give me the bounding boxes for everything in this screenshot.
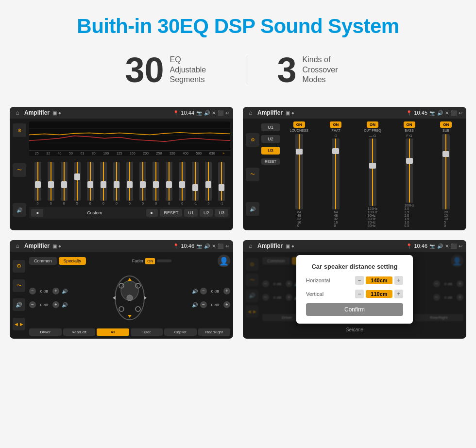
eq-slider-7[interactable]: 0 bbox=[113, 162, 120, 205]
btn-all[interactable]: All bbox=[97, 328, 129, 336]
eq-slider-2[interactable]: 0 bbox=[48, 162, 54, 205]
preset-u3[interactable]: U3 bbox=[261, 147, 280, 155]
vertical-value: 110cm bbox=[366, 290, 392, 298]
eq-slider-12[interactable]: 0 bbox=[179, 162, 186, 205]
home-icon-3[interactable]: ⌂ bbox=[14, 242, 21, 250]
amp-content: ⚙ 〜 🔊 ◄► Common Specialty Fader ON bbox=[10, 252, 233, 339]
preset-u2[interactable]: U2 bbox=[261, 135, 280, 143]
cro-volume-btn[interactable]: 🔊 bbox=[246, 202, 259, 216]
btn-driver[interactable]: Driver bbox=[29, 328, 62, 336]
eq-more-icon[interactable]: » bbox=[222, 152, 224, 155]
horizontal-minus-btn[interactable]: − bbox=[355, 276, 364, 285]
eq-next-btn[interactable]: ► bbox=[146, 209, 158, 217]
amp-tab-specialty[interactable]: Specialty bbox=[59, 257, 86, 265]
status-bar-3: ⌂ Amplifier ▣ ● 📍 10:46 📷 🔊 ✕ ⬛ ↩ bbox=[10, 240, 233, 252]
loudness-on-btn[interactable]: ON bbox=[293, 121, 305, 128]
fl-plus-btn[interactable]: + bbox=[52, 288, 59, 294]
cro-settings-btn[interactable]: ⚙ bbox=[246, 133, 259, 147]
mirror-icon-2: ⬛ bbox=[451, 110, 457, 116]
eq-volume-btn[interactable]: 🔊 bbox=[13, 203, 26, 217]
vertical-control: − 110cm + bbox=[355, 290, 403, 298]
cro-reset-btn[interactable]: RESET bbox=[261, 158, 280, 165]
amp-tab-common[interactable]: Common bbox=[29, 257, 57, 265]
svg-point-12 bbox=[119, 307, 124, 311]
eq-footer: ◄ Custom ► RESET U1 U2 U3 bbox=[29, 207, 230, 219]
back-icon-1[interactable]: ↩ bbox=[225, 110, 229, 116]
btn-user[interactable]: User bbox=[131, 328, 163, 336]
eq-slider-1[interactable]: 0 bbox=[34, 162, 41, 205]
front-right-control: 🔊 − 0 dB + bbox=[191, 288, 230, 294]
eq-u3-btn[interactable]: U3 bbox=[215, 209, 228, 217]
eq-wave-btn[interactable]: 〜 bbox=[13, 163, 26, 177]
horizontal-label: Horizontal bbox=[306, 277, 335, 283]
eq-freq-100: 100 bbox=[103, 152, 109, 155]
amp-top-row: Common Specialty Fader ON 👤 bbox=[29, 255, 230, 267]
fader-slider[interactable] bbox=[157, 259, 171, 262]
eq-slider-14[interactable]: 0 bbox=[205, 162, 212, 205]
rl-minus-btn[interactable]: − bbox=[29, 301, 36, 308]
crossover-channels: ON LOUDNESS 644832160 ON PHAT G bbox=[282, 121, 463, 227]
svg-marker-6 bbox=[128, 278, 132, 281]
rr-db-value: 0 dB bbox=[208, 303, 222, 307]
eq-reset-btn[interactable]: RESET bbox=[160, 209, 182, 217]
btn-rearleft[interactable]: RearLeft bbox=[63, 328, 96, 336]
eq-prev-btn[interactable]: ◄ bbox=[31, 209, 43, 217]
eq-mode-icons: ▣ ● bbox=[52, 110, 61, 116]
screen-amp: ⌂ Amplifier ▣ ● 📍 10:46 📷 🔊 ✕ ⬛ ↩ ⚙ 〜 🔊 … bbox=[10, 240, 233, 339]
cutfreq-on-btn[interactable]: ON bbox=[367, 121, 378, 128]
bass-on-btn[interactable]: ON bbox=[404, 121, 415, 128]
distance-dialog: Car speaker distance setting Horizontal … bbox=[296, 255, 413, 324]
cutfreq-slider[interactable] bbox=[369, 138, 376, 206]
amp-settings-icon[interactable]: ⚙ bbox=[13, 260, 25, 273]
vertical-minus-btn[interactable]: − bbox=[355, 290, 364, 298]
eq-slider-4[interactable]: 5 bbox=[74, 162, 81, 205]
bass-slider[interactable] bbox=[406, 138, 413, 203]
fl-minus-btn[interactable]: − bbox=[29, 288, 36, 294]
rl-plus-btn[interactable]: + bbox=[52, 301, 59, 308]
eq-settings-btn[interactable]: ⚙ bbox=[13, 123, 26, 137]
home-icon-2[interactable]: ⌂ bbox=[247, 109, 255, 117]
fr-minus-btn[interactable]: − bbox=[200, 288, 207, 294]
amp-volume-icon[interactable]: 🔊 bbox=[13, 298, 25, 311]
eq-slider-3[interactable]: 0 bbox=[61, 162, 68, 205]
eq-slider-15[interactable]: -1 bbox=[218, 162, 225, 205]
car-diagram-area bbox=[71, 271, 188, 325]
back-icon-3[interactable]: ↩ bbox=[225, 243, 229, 249]
rr-plus-btn[interactable]: + bbox=[223, 301, 230, 308]
loudness-slider[interactable] bbox=[295, 134, 303, 209]
amp-balance-icon[interactable]: ◄► bbox=[13, 318, 25, 330]
fader-on-btn[interactable]: ON bbox=[145, 258, 155, 264]
eq-slider-13[interactable]: -1 bbox=[192, 162, 199, 205]
eq-slider-8[interactable]: 0 bbox=[126, 162, 133, 205]
car-diagram-svg bbox=[108, 271, 152, 325]
eq-freq-50: 50 bbox=[69, 152, 73, 155]
confirm-button[interactable]: Confirm bbox=[306, 303, 403, 316]
svg-point-13 bbox=[136, 307, 140, 311]
eq-slider-6[interactable]: 0 bbox=[100, 162, 107, 205]
eq-u1-btn[interactable]: U1 bbox=[184, 209, 198, 217]
eq-slider-10[interactable]: 0 bbox=[153, 162, 159, 205]
eq-slider-5[interactable]: 0 bbox=[87, 162, 94, 205]
btn-copilot[interactable]: Copilot bbox=[164, 328, 197, 336]
eq-slider-11[interactable]: 0 bbox=[166, 162, 172, 205]
home-icon-1[interactable]: ⌂ bbox=[14, 109, 21, 117]
amp-wave-icon[interactable]: 〜 bbox=[13, 279, 25, 292]
vertical-plus-btn[interactable]: + bbox=[394, 290, 403, 298]
status-bar-2: ⌂ Amplifier ▣ ● 📍 10:45 📷 🔊 ✕ ⬛ ↩ bbox=[243, 107, 466, 119]
cro-wave-btn[interactable]: 〜 bbox=[246, 168, 259, 181]
sub-slider[interactable] bbox=[442, 134, 450, 209]
bass-values: 100Hz3.02.52.01.51.00.5 bbox=[404, 204, 414, 227]
horizontal-plus-btn[interactable]: + bbox=[394, 276, 403, 285]
back-icon-2[interactable]: ↩ bbox=[459, 110, 462, 116]
eq-u2-btn[interactable]: U2 bbox=[200, 209, 213, 217]
svg-point-5 bbox=[127, 295, 133, 301]
fr-plus-btn[interactable]: + bbox=[223, 288, 230, 294]
phat-on-btn[interactable]: ON bbox=[330, 121, 341, 128]
phat-slider[interactable] bbox=[332, 138, 340, 209]
preset-u1[interactable]: U1 bbox=[261, 123, 280, 131]
rr-minus-btn[interactable]: − bbox=[200, 301, 207, 308]
sub-on-btn[interactable]: ON bbox=[440, 121, 452, 128]
eq-slider-9[interactable]: 0 bbox=[139, 162, 146, 205]
btn-rearright[interactable]: RearRight bbox=[198, 328, 231, 336]
eq-freq-250: 250 bbox=[156, 152, 162, 155]
